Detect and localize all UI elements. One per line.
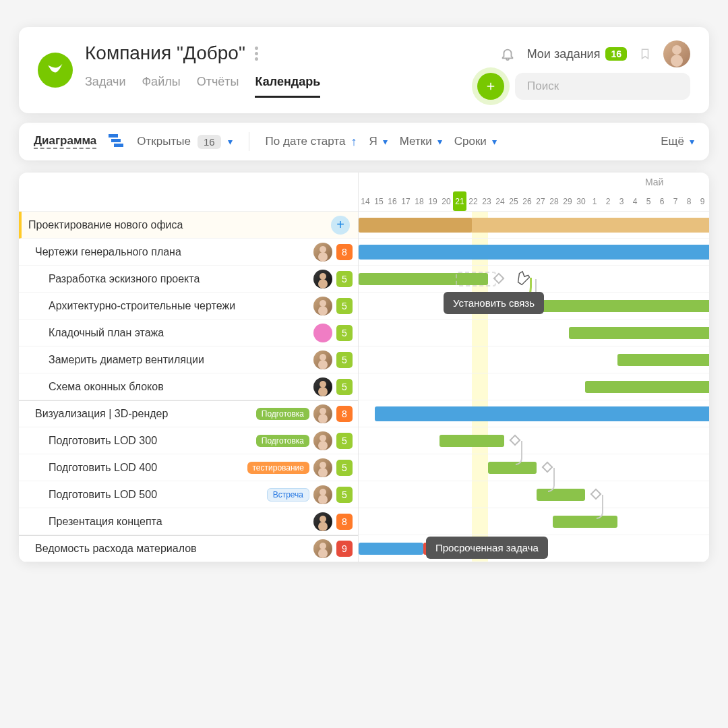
filter-open[interactable]: Открытые 16 ▾ — [137, 135, 232, 149]
date-cell: 28 — [547, 191, 561, 211]
gantt-bar[interactable] — [537, 489, 585, 501]
bookmark-icon[interactable] — [639, 46, 651, 62]
timeline-row[interactable] — [359, 427, 709, 454]
task-row[interactable]: Чертежи генерального плана8 — [19, 239, 358, 266]
priority-badge: 5 — [336, 487, 353, 503]
task-row[interactable]: Подготовить LOD 500Встреча5 — [19, 481, 358, 508]
timeline-row[interactable] — [359, 239, 709, 266]
assignee-avatar[interactable] — [313, 485, 332, 504]
task-tag: Подготовка — [256, 408, 309, 420]
filter-me[interactable]: Я▾ — [369, 135, 387, 148]
task-name: Архитектурно-строительные чертежи — [26, 300, 309, 312]
my-tasks-link[interactable]: Мои задания 16 — [527, 47, 627, 61]
date-cell: 27 — [534, 191, 547, 211]
task-row[interactable]: Проектирование нового офиса+ — [19, 212, 358, 239]
task-name: Подготовить LOD 300 — [26, 435, 251, 447]
more-icon[interactable] — [255, 47, 258, 61]
assignee-avatar[interactable] — [313, 351, 332, 369]
date-cell: 25 — [507, 191, 520, 211]
date-cell: 26 — [520, 191, 534, 211]
assignee-avatar[interactable] — [313, 243, 332, 262]
task-row[interactable]: Замерить диаметр вентиляции5 — [19, 346, 358, 373]
arrow-up-icon: ↑ — [351, 135, 357, 149]
assignee-avatar[interactable] — [313, 431, 332, 450]
bell-icon[interactable] — [500, 47, 515, 61]
task-row[interactable]: Визуализация | 3D-рендерПодготовка8 — [19, 400, 358, 427]
timeline-row[interactable] — [359, 373, 709, 400]
task-row[interactable]: Подготовить LOD 300Подготовка5 — [19, 427, 358, 454]
timeline-row[interactable] — [359, 481, 709, 508]
timeline-row[interactable] — [359, 320, 709, 346]
timeline[interactable]: Май 141516171819202122232425262728293012… — [359, 173, 709, 562]
timeline-row[interactable] — [359, 400, 709, 427]
gantt-icon[interactable] — [109, 133, 125, 150]
assignee-avatar[interactable] — [313, 458, 332, 477]
date-cell: 5 — [642, 191, 655, 211]
task-name: Проектирование нового офиса — [28, 219, 331, 231]
svg-rect-0 — [109, 134, 118, 138]
view-diagram[interactable]: Диаграмма — [34, 134, 96, 149]
gantt-bar[interactable] — [553, 516, 617, 528]
gantt-bar[interactable] — [375, 406, 709, 421]
chevron-down-icon: ▾ — [228, 136, 233, 147]
search-input[interactable]: Поиск — [515, 73, 690, 100]
assignee-avatar[interactable] — [313, 404, 332, 423]
assignee-avatar[interactable] — [313, 539, 332, 558]
gantt-bar[interactable] — [359, 245, 709, 260]
gantt-bar[interactable] — [359, 218, 472, 233]
tab-tasks[interactable]: Задачи — [85, 75, 125, 98]
assignee-avatar[interactable] — [313, 377, 332, 396]
date-cell: 18 — [413, 191, 426, 211]
task-row[interactable]: Схема оконных блоков5 — [19, 373, 358, 400]
add-button[interactable] — [477, 73, 504, 100]
tab-calendar[interactable]: Календарь — [255, 75, 320, 98]
app-logo — [38, 53, 73, 88]
date-cell: 22 — [466, 191, 480, 211]
filter-deadlines[interactable]: Сроки▾ — [454, 135, 497, 148]
assignee-avatar[interactable] — [313, 324, 332, 342]
dependency-link[interactable] — [516, 441, 522, 465]
date-cell: 9 — [696, 191, 709, 211]
timeline-row[interactable] — [359, 508, 709, 535]
dependency-link[interactable] — [548, 468, 555, 492]
date-cell: 20 — [439, 191, 453, 211]
task-row[interactable]: Подготовить LOD 400тестирование5 — [19, 454, 358, 481]
timeline-row[interactable] — [359, 346, 709, 373]
assignee-avatar[interactable] — [313, 270, 332, 289]
gantt-bar[interactable] — [617, 354, 709, 366]
assignee-avatar[interactable] — [313, 297, 332, 315]
dependency-link[interactable] — [597, 495, 603, 519]
assignee-avatar[interactable] — [313, 512, 332, 531]
task-row[interactable]: Разработка эскизного проекта5 — [19, 266, 358, 293]
tab-files[interactable]: Файлы — [142, 75, 180, 98]
tab-reports[interactable]: Отчёты — [197, 75, 239, 98]
filter-tags[interactable]: Метки▾ — [400, 135, 442, 148]
open-count: 16 — [198, 135, 221, 149]
tooltip-link: Установить связь — [444, 292, 544, 314]
svg-rect-1 — [111, 139, 121, 142]
date-cell: 16 — [386, 191, 399, 211]
timeline-row[interactable] — [359, 454, 709, 481]
task-row[interactable]: Презентация концепта8 — [19, 508, 358, 535]
priority-badge: 5 — [336, 298, 353, 314]
date-scale: 1415161718192021222324252627282930123456… — [359, 191, 709, 212]
sort-by[interactable]: По дате старта ↑ — [266, 135, 357, 149]
gantt-bar[interactable] — [488, 462, 537, 474]
gantt-bar[interactable] — [359, 543, 423, 555]
filter-more[interactable]: Ещё▾ — [661, 135, 694, 148]
gantt-bar[interactable] — [585, 381, 709, 393]
task-row[interactable]: Кладочный план этажа5 — [19, 320, 358, 346]
gantt-bar[interactable] — [569, 327, 709, 339]
task-row[interactable]: Архитектурно-строительные чертежи5 — [19, 293, 358, 320]
date-cell: 7 — [669, 191, 682, 211]
date-cell: 17 — [399, 191, 413, 211]
timeline-row[interactable] — [359, 212, 709, 239]
gantt-bar[interactable] — [537, 300, 709, 312]
user-avatar[interactable] — [663, 40, 690, 67]
task-name: Презентация концепта — [26, 516, 309, 528]
add-task-icon[interactable]: + — [331, 216, 350, 235]
nav-tabs: Задачи Файлы Отчёты Календарь — [85, 75, 477, 98]
gantt-bar[interactable] — [439, 435, 504, 447]
date-cell: 19 — [426, 191, 439, 211]
task-row[interactable]: Ведомость расхода материалов9 — [19, 535, 358, 562]
